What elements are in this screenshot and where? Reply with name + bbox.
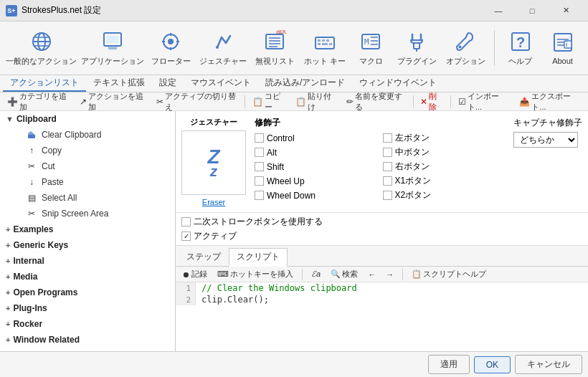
modifier-shift-label: Shift bbox=[267, 162, 284, 172]
expand-icon-internal: + bbox=[6, 257, 10, 265]
copy-btn[interactable]: 📋 コピー bbox=[248, 90, 290, 114]
insert-hotkey-btn[interactable]: ⌨ ホットキーを挿入 bbox=[214, 268, 297, 280]
toolbar-help-label: ヘルプ bbox=[508, 56, 532, 67]
minimize-button[interactable]: — bbox=[482, 0, 515, 22]
toolbar-macro[interactable]: M マクロ bbox=[351, 25, 391, 72]
steps-sep-1 bbox=[302, 269, 303, 280]
cancel-button[interactable]: キャンセル bbox=[515, 355, 582, 374]
import-btn[interactable]: ☑ インポート... bbox=[454, 90, 514, 114]
sidebar-category-plug-ins[interactable]: + Plug-Ins bbox=[0, 300, 175, 316]
rename-btn[interactable]: ✏ 名前を変更する bbox=[342, 90, 410, 114]
modifier-wheel-up-checkbox[interactable] bbox=[255, 176, 264, 186]
modifier-wheel-down-checkbox[interactable] bbox=[255, 191, 264, 200]
copy-arrow-icon: ↑ bbox=[26, 145, 37, 156]
capture-select[interactable]: どちらか 左のみ 右のみ なし bbox=[513, 132, 578, 148]
expand-icon-examples: + bbox=[6, 225, 10, 234]
toolbar-applications[interactable]: アプリケーション bbox=[80, 25, 145, 72]
sidebar: ▼ Clipboard Clear Clipboard ↑ Copy ✂ Cut… bbox=[0, 111, 176, 351]
modifier-shift: Shift bbox=[255, 161, 371, 173]
maximize-button[interactable]: □ bbox=[516, 0, 549, 22]
modifier-x1-btn-checkbox[interactable] bbox=[383, 176, 392, 186]
sidebar-category-generic-keys[interactable]: + Generic Keys bbox=[0, 237, 175, 253]
modifier-shift-checkbox[interactable] bbox=[255, 162, 264, 171]
paste-label: 貼り付け bbox=[308, 91, 336, 113]
toolbar-plugin-label: プラグイン bbox=[397, 56, 437, 67]
modifier-right-btn-checkbox[interactable] bbox=[383, 162, 392, 171]
export-btn[interactable]: 📤 エクスポート... bbox=[515, 90, 585, 114]
sidebar-category-clipboard[interactable]: ▼ Clipboard bbox=[0, 111, 175, 127]
toolbar-options[interactable]: オプション bbox=[442, 25, 488, 72]
toolbar-plugin[interactable]: プラグイン bbox=[394, 25, 440, 72]
active-checkbox[interactable] bbox=[181, 232, 191, 241]
rename-label: 名前を変更する bbox=[355, 91, 406, 113]
insert-hotkey-label: ホットキーを挿入 bbox=[230, 269, 293, 280]
secondary-row: 二次ストロークボタンを使用する アクティブ bbox=[176, 213, 588, 246]
toolbar-about-label: About bbox=[552, 57, 573, 65]
action-sep-1 bbox=[245, 95, 245, 108]
toolbar-separator bbox=[494, 30, 495, 66]
record-btn[interactable]: ⏺ 記録 bbox=[179, 268, 211, 280]
modifiers-section: 修飾子 Control 左ボタン Alt bbox=[255, 117, 499, 206]
sidebar-item-select-all[interactable]: ▤ Select All bbox=[0, 190, 175, 206]
secondary-stroke-checkbox[interactable] bbox=[181, 217, 191, 226]
script-editor[interactable]: 1 // Clear the Windows clipboard 2 clip.… bbox=[176, 282, 588, 351]
cut-icon: ✂ bbox=[26, 161, 37, 172]
modifier-left-btn-checkbox[interactable] bbox=[383, 133, 392, 143]
toolbar-macro-label: マクロ bbox=[359, 56, 383, 67]
steps-tab-bar: ステップ スクリプト bbox=[176, 246, 588, 267]
sidebar-category-rocker[interactable]: + Rocker bbox=[0, 316, 175, 332]
modifier-control-checkbox[interactable] bbox=[255, 133, 264, 143]
format-btn[interactable]: ℰa bbox=[308, 269, 324, 280]
nav-left-btn[interactable]: ← bbox=[364, 269, 379, 280]
globe-icon bbox=[30, 30, 53, 53]
snip-icon: ✂ bbox=[26, 208, 37, 219]
sidebar-item-cut[interactable]: ✂ Cut bbox=[0, 158, 175, 174]
steps-tab-script[interactable]: スクリプト bbox=[229, 248, 288, 267]
sidebar-item-paste[interactable]: ↓ Paste bbox=[0, 174, 175, 190]
steps-toolbar: ⏺ 記録 ⌨ ホットキーを挿入 ℰa 🔍 検索 ← bbox=[176, 267, 588, 282]
toolbar-about[interactable]: i About bbox=[543, 25, 582, 72]
svg-rect-28 bbox=[329, 43, 332, 45]
toolbar-hotkey[interactable]: ホット キー bbox=[300, 25, 348, 72]
sidebar-category-media[interactable]: + Media bbox=[0, 269, 175, 285]
sidebar-category-examples[interactable]: + Examples bbox=[0, 221, 175, 237]
modifier-alt-checkbox[interactable] bbox=[255, 148, 264, 157]
toolbar-blacklist[interactable]: abc 無視リスト bbox=[252, 25, 298, 72]
search-label: 検索 bbox=[342, 269, 358, 280]
sidebar-item-clear-clipboard-label: Clear Clipboard bbox=[42, 130, 101, 140]
sidebar-item-clear-clipboard[interactable]: Clear Clipboard bbox=[0, 127, 175, 143]
ok-button[interactable]: OK bbox=[474, 356, 511, 373]
script-help-btn[interactable]: 📋 スクリプトヘルプ bbox=[408, 268, 490, 280]
modifier-x2-btn-checkbox[interactable] bbox=[383, 191, 392, 200]
sidebar-item-copy[interactable]: ↑ Copy bbox=[0, 143, 175, 158]
gesture-section-title: ジェスチャー bbox=[190, 117, 237, 128]
apply-button[interactable]: 適用 bbox=[428, 355, 470, 374]
close-button[interactable]: ✕ bbox=[549, 0, 582, 22]
svg-rect-25 bbox=[326, 39, 329, 42]
nav-right-btn[interactable]: → bbox=[382, 269, 397, 280]
line-number-1: 1 bbox=[176, 282, 196, 294]
modifier-right-btn-label: 右ボタン bbox=[395, 161, 430, 173]
modifiers-title: 修飾子 bbox=[255, 117, 499, 129]
steps-tab-steps[interactable]: ステップ bbox=[179, 248, 229, 266]
sidebar-category-window-related[interactable]: + Window Related bbox=[0, 332, 175, 348]
toolbar-gesture[interactable]: ジェスチャー bbox=[196, 25, 249, 72]
modifier-mid-btn-checkbox[interactable] bbox=[383, 148, 392, 157]
toolbar-general-actions[interactable]: 一般的なアクション bbox=[6, 25, 77, 72]
svg-point-15 bbox=[216, 46, 219, 49]
action-toolbar: ➕ カテゴリを追加 ↗ アクションを追加 ✂ アクティブの切り替え 📋 コピー … bbox=[0, 92, 588, 111]
gesture-link[interactable]: Eraser bbox=[202, 198, 225, 206]
toolbar-floater[interactable]: フローター bbox=[148, 25, 194, 72]
delete-btn[interactable]: ✕ 削除 bbox=[416, 90, 447, 114]
paste-btn[interactable]: 📋 貼り付け bbox=[291, 90, 341, 114]
sidebar-item-snip-screen[interactable]: ✂ Snip Screen Area bbox=[0, 206, 175, 221]
search-btn[interactable]: 🔍 検索 bbox=[327, 268, 361, 280]
svg-rect-47 bbox=[28, 135, 35, 138]
export-label: エクスポート... bbox=[531, 91, 581, 113]
add-action-btn[interactable]: ↗ アクションを追加 bbox=[75, 90, 151, 114]
sidebar-category-open-programs[interactable]: + Open Programs bbox=[0, 285, 175, 300]
add-category-btn[interactable]: ➕ カテゴリを追加 bbox=[3, 90, 74, 114]
active-toggle-btn[interactable]: ✂ アクティブの切り替え bbox=[152, 90, 242, 114]
sidebar-category-internal[interactable]: + Internal bbox=[0, 253, 175, 269]
toolbar-help[interactable]: ? ヘルプ bbox=[501, 25, 540, 72]
